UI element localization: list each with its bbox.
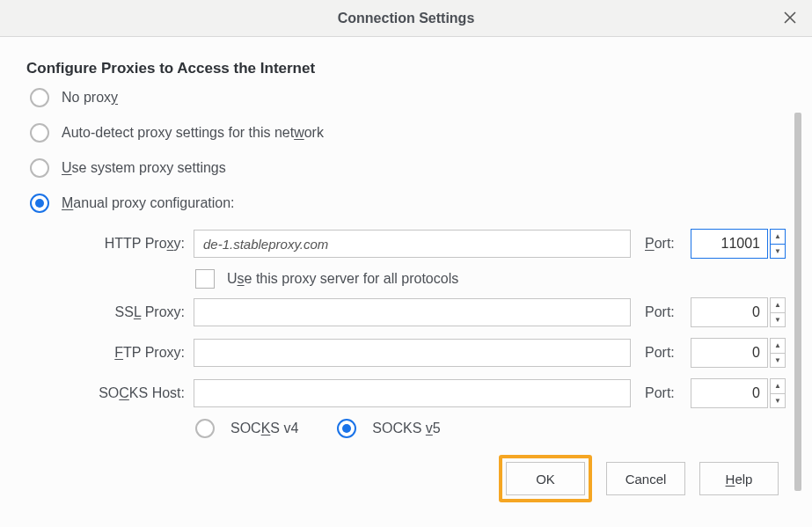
- close-icon[interactable]: [780, 8, 800, 27]
- socks-host-label: SOCKS Host:: [79, 385, 185, 401]
- radio-icon[interactable]: [30, 88, 49, 107]
- content-area: Configure Proxies to Access the Internet…: [0, 37, 812, 527]
- mode-label: No proxy: [62, 90, 118, 106]
- socks-v4-radio[interactable]: [195, 419, 215, 438]
- radio-icon[interactable]: [30, 123, 49, 143]
- ftp-proxy-row: FTP Proxy: Port: ▲ ▼: [79, 338, 786, 368]
- chevron-down-icon[interactable]: ▼: [770, 245, 786, 260]
- chevron-up-icon[interactable]: ▲: [770, 378, 786, 394]
- chevron-up-icon[interactable]: ▲: [770, 297, 786, 313]
- socks-v5-label: SOCKS v5: [372, 421, 440, 436]
- proxy-form: HTTP Proxy: Port: ▲ ▼ Use this proxy ser…: [79, 229, 786, 438]
- ssl-proxy-row: SSL Proxy: Port: ▲ ▼: [79, 297, 786, 327]
- help-button[interactable]: Help: [699, 462, 779, 495]
- http-port-label: Port:: [645, 236, 682, 252]
- use-for-all-label: Use this proxy server for all protocols: [227, 271, 458, 287]
- ssl-proxy-label: SSL Proxy:: [79, 304, 185, 320]
- socks-port-label: Port:: [645, 385, 682, 401]
- mode-system-proxy[interactable]: Use system proxy settings: [30, 158, 786, 178]
- port-stepper[interactable]: ▲ ▼: [770, 338, 786, 368]
- section-heading: Configure Proxies to Access the Internet: [26, 60, 786, 77]
- chevron-down-icon[interactable]: ▼: [770, 354, 786, 369]
- ftp-proxy-input[interactable]: [194, 339, 631, 367]
- window-title: Connection Settings: [338, 11, 475, 26]
- use-for-all-row[interactable]: Use this proxy server for all protocols: [195, 269, 786, 289]
- mode-label: Auto-detect proxy settings for this netw…: [62, 125, 324, 141]
- chevron-up-icon[interactable]: ▲: [770, 338, 786, 354]
- ok-button[interactable]: OK: [506, 462, 585, 495]
- http-proxy-row: HTTP Proxy: Port: ▲ ▼: [79, 229, 786, 259]
- socks-host-row: SOCKS Host: Port: ▲ ▼: [79, 378, 786, 408]
- mode-label: Manual proxy configuration:: [62, 195, 235, 211]
- title-bar: Connection Settings: [0, 0, 812, 37]
- http-proxy-input[interactable]: [194, 230, 631, 258]
- ftp-port-wrap: ▲ ▼: [691, 338, 786, 368]
- radio-icon[interactable]: [30, 158, 49, 178]
- port-stepper[interactable]: ▲ ▼: [770, 229, 786, 259]
- socks-v4-label: SOCKS v4: [230, 421, 298, 436]
- socks-host-input[interactable]: [194, 379, 631, 407]
- ok-highlight: OK: [499, 455, 592, 502]
- ftp-port-label: Port:: [645, 345, 682, 361]
- http-proxy-label: HTTP Proxy:: [79, 236, 185, 252]
- mode-label: Use system proxy settings: [62, 160, 226, 176]
- port-stepper[interactable]: ▲ ▼: [770, 297, 786, 327]
- http-port-wrap: ▲ ▼: [691, 229, 786, 259]
- radio-icon[interactable]: [30, 194, 49, 213]
- dialog-buttons: OK Cancel Help: [499, 455, 779, 502]
- ssl-port-label: Port:: [645, 304, 682, 320]
- socks-version-row: SOCKS v4 SOCKS v5: [195, 419, 786, 438]
- ssl-proxy-input[interactable]: [194, 298, 631, 326]
- chevron-down-icon[interactable]: ▼: [770, 313, 786, 328]
- cancel-button[interactable]: Cancel: [606, 462, 685, 495]
- ssl-port-input[interactable]: [691, 297, 768, 327]
- http-port-input[interactable]: [691, 229, 768, 259]
- ftp-proxy-label: FTP Proxy:: [79, 345, 185, 361]
- scrollbar[interactable]: [794, 113, 801, 491]
- socks-port-wrap: ▲ ▼: [691, 378, 786, 408]
- ftp-port-input[interactable]: [691, 338, 768, 368]
- socks-v5-radio[interactable]: [337, 419, 356, 438]
- port-stepper[interactable]: ▲ ▼: [770, 378, 786, 408]
- checkbox-icon[interactable]: [195, 269, 215, 289]
- chevron-down-icon[interactable]: ▼: [770, 394, 786, 409]
- chevron-up-icon[interactable]: ▲: [770, 229, 786, 245]
- socks-port-input[interactable]: [691, 378, 768, 408]
- mode-auto-detect[interactable]: Auto-detect proxy settings for this netw…: [30, 123, 786, 143]
- mode-no-proxy[interactable]: No proxy: [30, 88, 786, 107]
- ssl-port-wrap: ▲ ▼: [691, 297, 786, 327]
- mode-manual-proxy[interactable]: Manual proxy configuration:: [30, 194, 786, 213]
